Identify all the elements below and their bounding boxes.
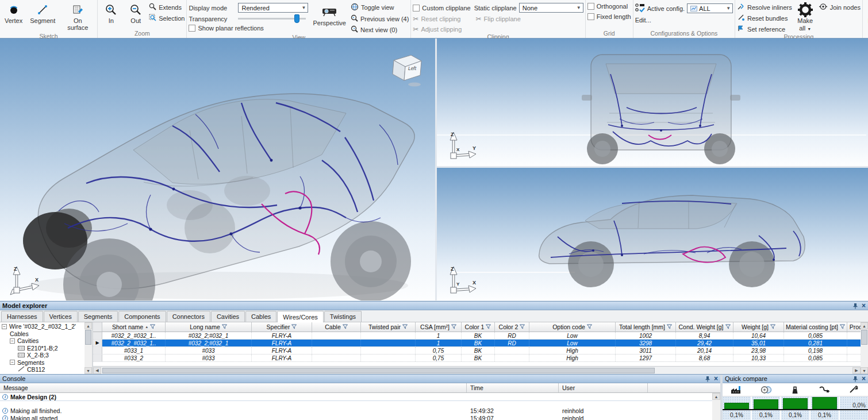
tab-vertices[interactable]: Vertices	[44, 311, 78, 322]
checkbox-icon[interactable]	[189, 25, 195, 32]
filter-funnel-icon[interactable]	[840, 323, 845, 330]
tab-cavities[interactable]: Cavities	[211, 311, 245, 322]
checkbox-icon[interactable]	[587, 3, 594, 10]
toggle-view-button[interactable]: Toggle view	[351, 3, 409, 12]
tree-item[interactable]: CB112	[0, 366, 85, 373]
scrollbar-thumb[interactable]	[861, 330, 867, 345]
zoom-in-button[interactable]: In	[99, 1, 122, 25]
tree-item[interactable]: Wire '#032_2_#032_1_2'	[0, 323, 85, 330]
navigation-cube[interactable]: Left	[385, 49, 428, 89]
tree-item[interactable]: Segments	[0, 359, 85, 367]
tree-item[interactable]: Cavities	[0, 337, 85, 345]
tree-item[interactable]: E210*1-B;2	[0, 345, 85, 352]
display-mode-dropdown[interactable]: Rendered▼	[238, 3, 308, 13]
fixed-length-checkbox[interactable]: Fixed length	[587, 13, 631, 20]
column-header-option-code[interactable]: Option code	[529, 322, 616, 332]
previous-view-button[interactable]: Previous view (4)	[351, 14, 409, 23]
slider-handle-icon[interactable]	[294, 14, 299, 23]
filter-funnel-icon[interactable]	[725, 323, 731, 330]
column-header-short-name[interactable]: Short name▲	[102, 322, 166, 332]
vertex-button[interactable]: Vertex	[2, 1, 25, 25]
close-icon[interactable]: ×	[714, 376, 718, 382]
orthogonal-checkbox[interactable]: Orthogonal	[587, 3, 631, 10]
scroll-left-icon[interactable]: ◀	[93, 367, 101, 374]
edit-config-button[interactable]: Edit...	[635, 17, 733, 24]
tree-expander-icon[interactable]	[10, 338, 15, 344]
close-icon[interactable]: ×	[862, 376, 866, 382]
perspective-button[interactable]: Perspective	[310, 3, 348, 28]
viewport-front-view[interactable]: Z Y X	[437, 38, 868, 166]
table-row[interactable]: #033_1#033FLRY-A0,75BKHigh301120,1423,98…	[93, 347, 861, 355]
scroll-down-icon[interactable]: ▼	[861, 367, 868, 374]
mirror-button[interactable]: Mirror	[865, 1, 868, 25]
tab-connectors[interactable]: Connectors	[167, 311, 210, 322]
custom-clipplane-checkbox[interactable]: Custom clipplane	[413, 3, 470, 13]
filter-funnel-icon[interactable]	[587, 323, 592, 330]
table-row[interactable]: #033_2#033FLRY-A0,75BKHigh12978,6810,330…	[93, 355, 861, 362]
column-header-process-time-min[interactable]: Process time [min	[847, 322, 861, 332]
console-group-row[interactable]: iMake Design (2)	[0, 393, 712, 401]
tab-components[interactable]: Components	[118, 311, 166, 322]
column-header-color-1[interactable]: Color 1	[462, 322, 495, 332]
transparency-slider[interactable]	[238, 14, 306, 23]
model-explorer-titlebar[interactable]: Model explorer ×	[0, 302, 868, 310]
console-message-row[interactable]: iMaking all started15:49:07reinhold	[0, 414, 712, 420]
zoom-extends-button[interactable]: Extends	[149, 3, 185, 11]
tab-wires-cores[interactable]: Wires/Cores	[277, 311, 324, 322]
viewport-side-view[interactable]: Z X Y	[437, 168, 868, 300]
tree-scrollbar[interactable]: ▲ ▼	[85, 322, 92, 374]
checkbox-icon[interactable]	[413, 5, 420, 11]
console-scrollbar[interactable]: ▲	[712, 393, 720, 420]
console-column-message[interactable]: Message	[0, 383, 467, 392]
adjust-clipping-button[interactable]: ✂ Adjust clipping	[413, 25, 583, 33]
pin-icon[interactable]	[705, 376, 710, 382]
filter-funnel-icon[interactable]	[150, 323, 155, 330]
reset-clipping-button[interactable]: ✂ Reset clipping	[413, 15, 460, 23]
console-titlebar[interactable]: Console ×	[0, 375, 720, 383]
column-header-cable[interactable]: Cable	[312, 322, 361, 332]
filter-funnel-icon[interactable]	[770, 323, 775, 330]
filter-funnel-icon[interactable]	[402, 323, 408, 330]
static-clipplane-dropdown[interactable]: None▼	[519, 3, 583, 13]
scroll-up-icon[interactable]: ▲	[861, 322, 868, 329]
console-column-user[interactable]: User	[559, 383, 648, 392]
scroll-up-icon[interactable]: ▲	[712, 393, 720, 400]
tree-expander-icon[interactable]	[10, 360, 15, 365]
filter-funnel-icon[interactable]	[520, 323, 525, 330]
console-message-row[interactable]: iMaking all finished.15:49:32reinhold	[0, 407, 712, 414]
row-selector-cell[interactable]	[93, 347, 102, 354]
tab-segments[interactable]: Segments	[78, 311, 118, 322]
table-horizontal-scrollbar[interactable]: ◀ ▶	[93, 366, 861, 374]
filter-funnel-icon[interactable]	[486, 323, 491, 330]
viewport-main-3d[interactable]: Left Z X	[0, 38, 435, 300]
console-column-time[interactable]: Time	[467, 383, 559, 392]
column-header-weight-g-[interactable]: Weight [g]	[733, 322, 784, 332]
scroll-right-icon[interactable]: ▶	[852, 367, 861, 374]
pin-icon[interactable]	[852, 376, 858, 382]
column-header-cond-weight-g-[interactable]: Cond. Weight [g]	[676, 322, 733, 332]
row-selector-cell[interactable]	[93, 332, 102, 339]
active-config-dropdown[interactable]: ALL▼	[687, 3, 733, 13]
tab-harnesses[interactable]: Harnesses	[1, 311, 43, 322]
zoom-out-button[interactable]: Out	[124, 1, 147, 25]
resolve-inliners-button[interactable]: Resolve inliners	[737, 3, 792, 11]
scrollbar-thumb[interactable]	[102, 368, 655, 373]
next-view-button[interactable]: Next view (0)	[351, 25, 409, 34]
row-selector-cell[interactable]: ▶	[93, 340, 102, 346]
filter-funnel-icon[interactable]	[291, 323, 297, 330]
set-reference-button[interactable]: Set reference	[737, 25, 792, 33]
close-icon[interactable]: ×	[862, 303, 866, 309]
tab-twistings[interactable]: Twistings	[324, 311, 362, 322]
table-vertical-scrollbar[interactable]: ▲ ▼	[861, 322, 868, 374]
column-header-color-2[interactable]: Color 2	[495, 322, 529, 332]
segment-button[interactable]: Segment	[27, 1, 58, 25]
table-row[interactable]: #032_2_#032_1..#032_2;#032_1FLRY-A1BKRDL…	[93, 332, 861, 340]
reset-bundles-button[interactable]: Reset bundles	[737, 14, 792, 22]
tree-item[interactable]: X_2-B;3	[0, 352, 85, 359]
quick-compare-titlebar[interactable]: Quick compare ×	[723, 375, 868, 383]
scrollbar-thumb[interactable]	[85, 330, 91, 345]
flip-clipplane-button[interactable]: ✂ Flip clipplane	[475, 15, 520, 23]
table-row[interactable]: ▶#032_2_#032_1..#032_2;#032_1FLRY-A1BKRD…	[93, 340, 861, 347]
scroll-up-icon[interactable]: ▲	[85, 322, 92, 329]
column-header-total-length-mm-[interactable]: Total length [mm]	[616, 322, 676, 332]
